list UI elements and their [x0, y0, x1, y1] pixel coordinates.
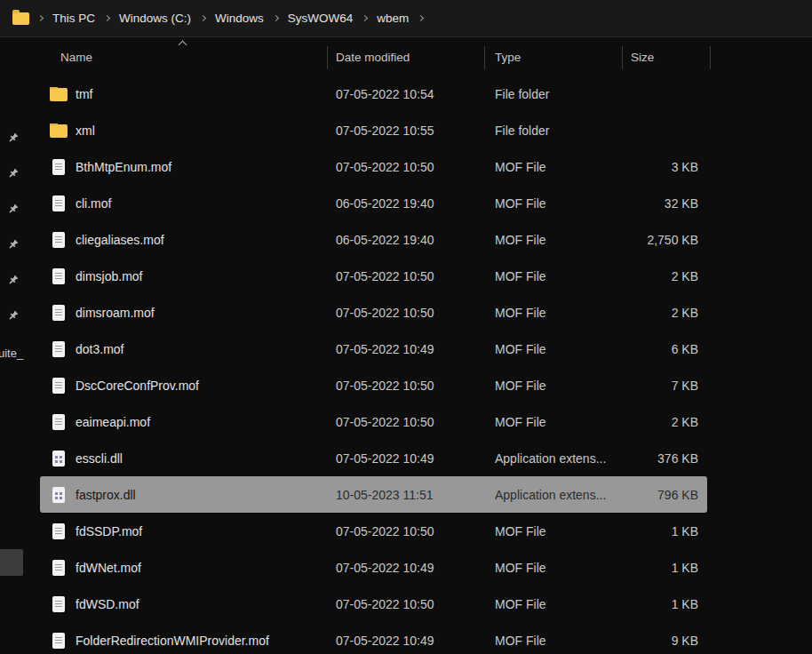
file-name-cell: cliegaliases.mof [40, 232, 327, 248]
file-size: 2 KB [622, 415, 707, 429]
file-type-icon [52, 305, 65, 321]
file-name-cell: fdWNet.mof [40, 560, 327, 576]
file-date-modified: 07-05-2022 10:50 [327, 269, 484, 283]
breadcrumb-bar: This PC Windows (C:) Windows SysWOW64 wb… [0, 0, 812, 37]
file-name: esscli.dll [76, 451, 123, 466]
file-date-modified: 07-05-2022 10:49 [327, 451, 484, 466]
file-type-icon [52, 195, 65, 211]
file-type: MOF File [484, 196, 622, 211]
column-header-size[interactable]: Size [622, 51, 707, 64]
file-row[interactable]: esscli.dll 07-05-2022 10:49 Application … [40, 440, 707, 476]
file-name: DscCoreConfProv.mof [76, 379, 199, 393]
pin-icon[interactable] [7, 275, 19, 286]
file-type: MOF File [484, 415, 622, 429]
column-resize-handle[interactable] [710, 46, 711, 69]
file-type: MOF File [484, 379, 622, 393]
file-row[interactable]: dot3.mof 07-05-2022 10:49 MOF File 6 KB [40, 331, 707, 367]
file-row[interactable]: BthMtpEnum.mof 07-05-2022 10:50 MOF File… [40, 148, 707, 185]
file-row[interactable]: fdWSD.mof 07-05-2022 10:50 MOF File 1 KB [40, 586, 707, 622]
chevron-right-icon [105, 16, 109, 20]
file-size: 7 KB [622, 379, 707, 393]
pin-icon[interactable] [7, 203, 19, 215]
file-type: MOF File [484, 597, 622, 611]
file-name: fdWSD.mof [76, 597, 139, 611]
file-row[interactable]: xml 07-05-2022 10:55 File folder [40, 112, 707, 148]
file-size: 1 KB [622, 561, 707, 575]
file-size: 1 KB [622, 524, 707, 538]
breadcrumb-folder-icon[interactable] [12, 12, 29, 25]
file-date-modified: 07-05-2022 10:50 [327, 306, 484, 320]
column-header-row: Name Date modified Type Size [40, 38, 707, 76]
file-size: 376 KB [622, 451, 707, 466]
breadcrumb-item[interactable]: This PC [50, 8, 98, 28]
file-date-modified: 07-05-2022 10:50 [327, 524, 484, 538]
pin-icon[interactable] [7, 239, 19, 251]
file-row[interactable]: tmf 07-05-2022 10:54 File folder [40, 76, 707, 112]
pin-icon[interactable] [7, 168, 19, 179]
file-type-icon [52, 414, 65, 430]
file-name: BthMtpEnum.mof [76, 160, 171, 174]
file-row[interactable]: cli.mof 06-05-2022 19:40 MOF File 32 KB [40, 185, 707, 221]
file-name: cliegaliases.mof [76, 233, 164, 247]
chevron-right-icon [274, 16, 278, 20]
file-type: Application extens... [484, 451, 622, 466]
file-date-modified: 07-05-2022 10:54 [327, 87, 484, 101]
file-type-icon [52, 523, 65, 539]
file-type-icon [52, 451, 65, 467]
nav-item-partial-highlight[interactable] [0, 549, 23, 576]
pin-icon[interactable] [7, 132, 19, 144]
file-row[interactable]: fdSSDP.mof 07-05-2022 10:50 MOF File 1 K… [40, 513, 707, 549]
file-type: MOF File [484, 634, 622, 648]
pin-icon[interactable] [7, 310, 19, 322]
file-type: MOF File [484, 306, 622, 320]
file-name-cell: fdWSD.mof [40, 596, 327, 612]
file-type: MOF File [484, 342, 622, 356]
file-size: 796 KB [622, 488, 707, 502]
file-type: File folder [484, 87, 622, 101]
column-header-type[interactable]: Type [484, 51, 622, 64]
file-name: cli.mof [76, 196, 111, 211]
file-type-icon [50, 124, 68, 138]
file-type-icon [52, 232, 65, 248]
file-name: dot3.mof [76, 342, 123, 356]
nav-item-partial-label[interactable]: uite_ [0, 347, 23, 360]
file-row[interactable]: dimsjob.mof 07-05-2022 10:50 MOF File 2 … [40, 258, 707, 294]
file-row[interactable]: dimsroam.mof 07-05-2022 10:50 MOF File 2… [40, 294, 707, 331]
file-type-icon [52, 378, 65, 394]
file-type-icon [50, 88, 68, 101]
file-row[interactable]: fdWNet.mof 07-05-2022 10:49 MOF File 1 K… [40, 549, 707, 586]
breadcrumb-item[interactable]: Windows (C:) [116, 8, 194, 28]
file-size: 6 KB [622, 342, 707, 356]
file-name: tmf [76, 87, 92, 101]
file-date-modified: 07-05-2022 10:55 [327, 124, 484, 138]
file-type: MOF File [484, 269, 622, 283]
file-name-cell: dimsjob.mof [40, 268, 327, 284]
file-size: 9 KB [622, 634, 707, 648]
file-type-icon [52, 159, 65, 175]
file-name-cell: dot3.mof [40, 341, 327, 357]
column-header-name[interactable]: Name [40, 51, 327, 64]
column-resize-handle[interactable] [327, 46, 328, 69]
file-name: fastprox.dll [76, 488, 136, 502]
file-type: File folder [484, 124, 622, 138]
file-type: MOF File [484, 233, 622, 247]
file-row[interactable]: DscCoreConfProv.mof 07-05-2022 10:50 MOF… [40, 367, 707, 403]
file-browser: Name Date modified Type Size tmf 07-05-2… [40, 38, 812, 654]
breadcrumb-item[interactable]: SysWOW64 [285, 8, 356, 28]
column-header-date-modified[interactable]: Date modified [327, 51, 484, 64]
file-size: 32 KB [622, 196, 707, 211]
file-name: fdSSDP.mof [76, 524, 142, 538]
file-type-icon [52, 341, 65, 357]
file-row[interactable]: cliegaliases.mof 06-05-2022 19:40 MOF Fi… [40, 221, 707, 258]
file-row[interactable]: fastprox.dll 10-05-2023 11:51 Applicatio… [40, 476, 707, 513]
breadcrumb-item[interactable]: Windows [212, 8, 267, 28]
column-resize-handle[interactable] [622, 46, 623, 69]
file-row[interactable]: eaimeapi.mof 07-05-2022 10:50 MOF File 2… [40, 403, 707, 440]
file-date-modified: 06-05-2022 19:40 [327, 233, 484, 247]
file-name-cell: fdSSDP.mof [40, 523, 327, 539]
breadcrumb-item[interactable]: wbem [374, 8, 411, 28]
file-row[interactable]: FolderRedirectionWMIProvider.mof 07-05-2… [40, 622, 707, 654]
file-name: dimsroam.mof [76, 306, 155, 320]
column-resize-handle[interactable] [484, 46, 485, 69]
file-name: xml [76, 124, 95, 138]
